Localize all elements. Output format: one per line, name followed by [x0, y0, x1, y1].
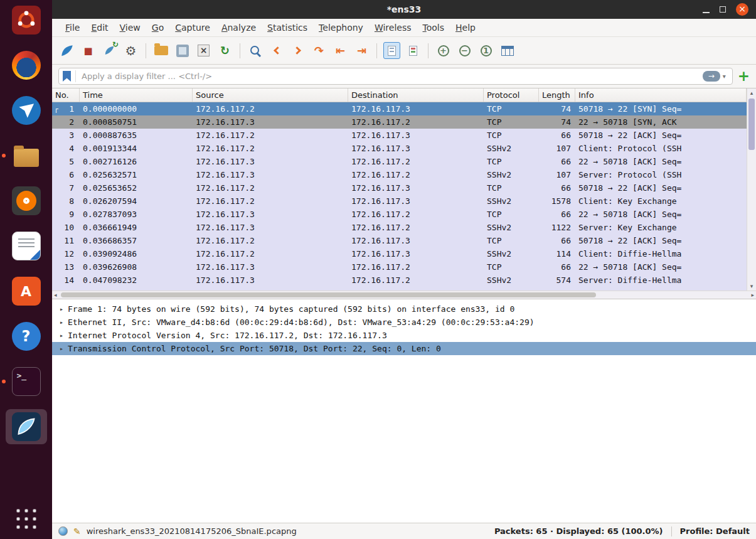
- vertical-scrollbar[interactable]: ▴ ▾: [747, 88, 756, 291]
- find-packet-button[interactable]: [247, 42, 264, 59]
- dock-item-wireshark[interactable]: [6, 409, 47, 444]
- capture-comment-icon[interactable]: ✎: [73, 526, 81, 536]
- expander-icon[interactable]: ▸: [56, 332, 67, 339]
- reload-file-button[interactable]: ↻: [216, 42, 233, 59]
- packet-row[interactable]: 60.025632571172.16.117.3172.16.117.2SSHv…: [52, 168, 747, 181]
- colorize-icon: [409, 46, 417, 56]
- expander-icon[interactable]: ▸: [56, 345, 67, 352]
- chevron-down-icon[interactable]: ▾: [723, 73, 726, 80]
- menu-help[interactable]: Help: [450, 19, 481, 36]
- packet-row[interactable]: 30.000887635172.16.117.2172.16.117.3TCP6…: [52, 129, 747, 142]
- rhythmbox-icon: [12, 186, 41, 215]
- menu-file[interactable]: File: [60, 19, 85, 36]
- packet-row[interactable]: 90.027837093172.16.117.3172.16.117.2TCP6…: [52, 208, 747, 221]
- dock-item-terminal[interactable]: >_: [6, 364, 47, 399]
- column-header-no[interactable]: No.: [52, 88, 80, 102]
- open-file-button[interactable]: [152, 42, 169, 59]
- packet-row[interactable]: 140.047098232172.16.117.3172.16.117.2SSH…: [52, 274, 747, 287]
- zoom-in-button[interactable]: +: [435, 42, 452, 59]
- detail-line[interactable]: ▸Internet Protocol Version 4, Src: 172.1…: [52, 329, 756, 342]
- titlebar[interactable]: *ens33 ×: [52, 0, 756, 19]
- scroll-up-icon[interactable]: ▴: [747, 88, 756, 97]
- dock-item-help[interactable]: ?: [6, 319, 47, 354]
- detail-line[interactable]: ▸Ethernet II, Src: VMware_d4:b8:6d (00:0…: [52, 316, 756, 329]
- menu-tools[interactable]: Tools: [417, 19, 450, 36]
- dock-item-firefox[interactable]: [6, 48, 47, 83]
- running-indicator-dot: [2, 154, 6, 157]
- go-forward-button[interactable]: [289, 42, 306, 59]
- scroll-right-icon[interactable]: ▸: [751, 291, 754, 299]
- minimize-button[interactable]: [703, 6, 710, 13]
- dock-item-files[interactable]: [6, 138, 47, 173]
- toolbar-separator: [146, 43, 146, 58]
- menu-edit[interactable]: Edit: [85, 19, 114, 36]
- restart-capture-button[interactable]: ↻: [101, 42, 118, 59]
- go-back-button[interactable]: [268, 42, 285, 59]
- column-header-length[interactable]: Length: [539, 88, 575, 102]
- packet-row[interactable]: 1┌0.000000000172.16.117.2172.16.117.3TCP…: [52, 102, 747, 115]
- packet-row[interactable]: 130.039626908172.16.117.3172.16.117.2TCP…: [52, 260, 747, 274]
- column-header-protocol[interactable]: Protocol: [484, 88, 539, 102]
- bookmark-icon[interactable]: [63, 71, 71, 82]
- last-packet-button[interactable]: ⇥: [353, 42, 370, 59]
- packet-row[interactable]: 120.039092486172.16.117.2172.16.117.3SSH…: [52, 247, 747, 260]
- go-to-packet-button[interactable]: ↷: [311, 42, 327, 59]
- menu-view[interactable]: View: [114, 19, 146, 36]
- normal-size-button[interactable]: 1: [477, 42, 494, 59]
- packet-no-cell: 1┌: [52, 102, 80, 115]
- packet-row[interactable]: 110.036686357172.16.117.2172.16.117.3TCP…: [52, 234, 747, 247]
- packet-row[interactable]: 50.002716126172.16.117.3172.16.117.2TCP6…: [52, 155, 747, 168]
- menu-statistics[interactable]: Statistics: [262, 19, 313, 36]
- scroll-down-icon[interactable]: ▾: [747, 282, 756, 291]
- stop-capture-button[interactable]: ■: [80, 42, 97, 59]
- menu-wireless[interactable]: Wireless: [369, 19, 417, 36]
- dock-item-thunderbird[interactable]: [6, 93, 47, 128]
- display-filter-input[interactable]: [80, 71, 703, 82]
- expert-info-button[interactable]: [58, 526, 68, 536]
- first-packet-button[interactable]: ⇤: [332, 42, 349, 59]
- dock-item-libreoffice-writer[interactable]: [6, 228, 47, 264]
- dock-item-ubuntu[interactable]: [6, 3, 47, 38]
- menu-telephony[interactable]: Telephony: [313, 19, 369, 36]
- horizontal-scrollbar[interactable]: ◂ ▸: [52, 291, 756, 299]
- expander-icon[interactable]: ▸: [56, 306, 67, 312]
- column-header-info[interactable]: Info: [575, 88, 747, 102]
- dock-item-rhythmbox[interactable]: [6, 183, 47, 218]
- detail-line[interactable]: ▸Frame 1: 74 bytes on wire (592 bits), 7…: [52, 302, 756, 316]
- menu-go[interactable]: Go: [146, 19, 169, 36]
- column-header-source[interactable]: Source: [193, 88, 348, 102]
- zoom-out-button[interactable]: −: [456, 42, 473, 59]
- colorize-button[interactable]: [405, 42, 422, 59]
- add-filter-button[interactable]: +: [738, 69, 750, 83]
- close-button[interactable]: ×: [736, 3, 748, 16]
- packet-source-cell: 172.16.117.3: [193, 274, 348, 287]
- packet-row[interactable]: 80.026207594172.16.117.2172.16.117.3SSHv…: [52, 195, 747, 208]
- capture-options-button[interactable]: ⚙: [122, 42, 139, 59]
- vertical-scrollbar-thumb[interactable]: [748, 99, 755, 150]
- packet-protocol-cell: TCP: [484, 260, 539, 274]
- start-capture-button[interactable]: [58, 42, 75, 59]
- auto-scroll-button[interactable]: [383, 42, 400, 59]
- dock-item-show-applications[interactable]: [6, 501, 47, 536]
- scroll-left-icon[interactable]: ◂: [54, 291, 57, 299]
- display-filter-box[interactable]: → ▾: [58, 68, 733, 85]
- dock-item-ubuntu-software[interactable]: A: [6, 274, 47, 309]
- detail-line[interactable]: ▸Transmission Control Protocol, Src Port…: [52, 342, 756, 355]
- packet-info-cell: Client: Diffie-Hellma: [575, 247, 747, 260]
- expander-icon[interactable]: ▸: [56, 319, 67, 326]
- save-file-button[interactable]: [174, 42, 191, 59]
- apply-filter-button[interactable]: →: [703, 71, 720, 82]
- close-file-button[interactable]: ×: [195, 42, 212, 59]
- resize-columns-button[interactable]: [499, 42, 516, 59]
- profile-label[interactable]: Profile: Default: [680, 526, 750, 536]
- packet-row[interactable]: 20.000850751172.16.117.3172.16.117.2TCP7…: [52, 115, 747, 129]
- menu-capture[interactable]: Capture: [169, 19, 216, 36]
- packet-row[interactable]: 100.036661949172.16.117.3172.16.117.2SSH…: [52, 221, 747, 234]
- maximize-button[interactable]: [720, 6, 726, 13]
- packet-row[interactable]: 40.001913344172.16.117.2172.16.117.3SSHv…: [52, 142, 747, 155]
- column-header-destination[interactable]: Destination: [348, 88, 484, 102]
- column-header-time[interactable]: Time: [80, 88, 193, 102]
- horizontal-scrollbar-thumb[interactable]: [61, 292, 596, 297]
- menu-analyze[interactable]: Analyze: [216, 19, 262, 36]
- packet-row[interactable]: 70.025653652172.16.117.2172.16.117.3TCP6…: [52, 181, 747, 195]
